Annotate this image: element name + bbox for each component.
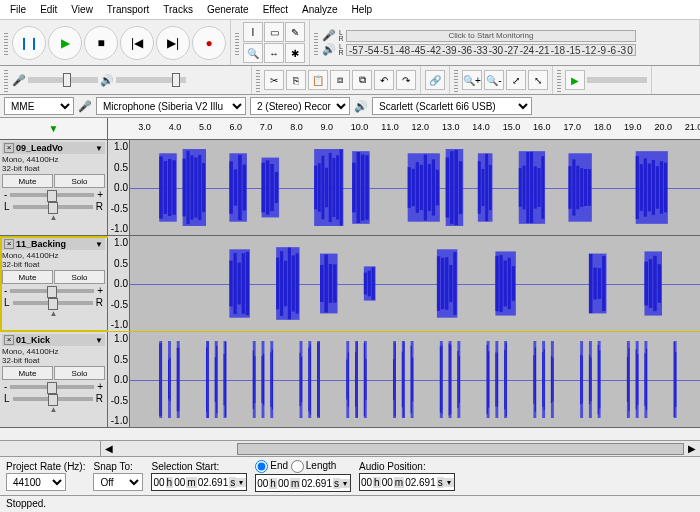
grip[interactable]: [4, 68, 8, 92]
fit-selection-button[interactable]: ⤢: [506, 70, 526, 90]
silence-button[interactable]: ⧉: [352, 70, 372, 90]
svg-rect-89: [288, 248, 291, 320]
grip[interactable]: [454, 68, 458, 92]
track-name[interactable]: 11_Backing: [16, 239, 93, 249]
input-device-combo[interactable]: Microphone (Siberia V2 Illu: [96, 97, 246, 115]
mute-button[interactable]: Mute: [2, 174, 53, 188]
solo-button[interactable]: Solo: [54, 174, 105, 188]
project-rate-combo[interactable]: 44100: [6, 473, 66, 491]
selection-tool[interactable]: I: [243, 22, 263, 42]
menu-help[interactable]: Help: [346, 2, 379, 17]
svg-rect-37: [408, 167, 411, 208]
selection-start-time[interactable]: 00h00m02.691s▾: [151, 473, 247, 491]
mute-button[interactable]: Mute: [2, 270, 53, 284]
undo-button[interactable]: ↶: [374, 70, 394, 90]
grip[interactable]: [314, 31, 318, 55]
svg-rect-116: [598, 268, 602, 299]
speed-slider[interactable]: [587, 77, 647, 83]
trim-button[interactable]: ⧈: [330, 70, 350, 90]
rec-volume-slider[interactable]: [28, 77, 98, 83]
collapse-button[interactable]: ▲: [2, 309, 105, 318]
menu-file[interactable]: File: [4, 2, 32, 17]
skip-end-button[interactable]: ▶|: [156, 26, 190, 60]
stop-button[interactable]: ■: [84, 26, 118, 60]
track-menu-button[interactable]: ▼: [95, 240, 103, 249]
fit-project-button[interactable]: ⤡: [528, 70, 548, 90]
audio-position-label: Audio Position:: [359, 461, 455, 472]
solo-button[interactable]: Solo: [54, 366, 105, 380]
menu-edit[interactable]: Edit: [34, 2, 63, 17]
length-radio[interactable]: Length: [291, 460, 337, 471]
pan-slider[interactable]: LR: [2, 201, 105, 212]
track-09_LeadVo: ×09_LeadVo▼ Mono, 44100Hz32-bit float Mu…: [0, 140, 700, 236]
close-track-button[interactable]: ×: [4, 335, 14, 345]
recording-meter[interactable]: Click to Start Monitoring: [346, 30, 636, 42]
track-name[interactable]: 09_LeadVo: [16, 143, 93, 153]
svg-rect-77: [660, 161, 663, 214]
svg-rect-27: [329, 153, 332, 222]
playback-meter[interactable]: -57-54-51-48-45-42-39-36-33-30-27-24-21-…: [346, 44, 636, 56]
zoom-out-button[interactable]: 🔍-: [484, 70, 504, 90]
svg-rect-71: [636, 156, 639, 219]
speaker-icon: 🔊: [354, 100, 368, 113]
close-track-button[interactable]: ×: [4, 143, 14, 153]
waveform-display[interactable]: 1.00.50.0-0.5-1.0: [108, 332, 700, 427]
timeshift-tool[interactable]: ↔: [264, 43, 284, 63]
selection-end-time[interactable]: 00h00m02.691s▾: [255, 474, 351, 492]
track-menu-button[interactable]: ▼: [95, 144, 103, 153]
pause-button[interactable]: ❙❙: [12, 26, 46, 60]
menu-generate[interactable]: Generate: [201, 2, 255, 17]
waveform-display[interactable]: 1.00.50.0-0.5-1.0: [108, 236, 700, 331]
menu-view[interactable]: View: [65, 2, 99, 17]
grip[interactable]: [557, 68, 561, 92]
collapse-button[interactable]: ▲: [2, 405, 105, 414]
solo-button[interactable]: Solo: [54, 270, 105, 284]
output-device-combo[interactable]: Scarlett (Scarlett 6i6 USB): [372, 97, 532, 115]
host-combo[interactable]: MME: [4, 97, 74, 115]
timeline-ruler[interactable]: ▼ 3.04.05.06.07.08.09.010.011.012.013.01…: [0, 118, 700, 140]
svg-rect-93: [320, 265, 324, 302]
zoom-tool[interactable]: 🔍: [243, 43, 263, 63]
grip[interactable]: [4, 31, 8, 55]
svg-rect-13: [229, 161, 233, 213]
end-radio[interactable]: End: [255, 460, 288, 471]
redo-button[interactable]: ↷: [396, 70, 416, 90]
play-at-speed-button[interactable]: ▶: [565, 70, 585, 90]
grip[interactable]: [256, 68, 260, 92]
pin-icon[interactable]: ▼: [49, 123, 59, 134]
gain-slider[interactable]: -+: [2, 285, 105, 296]
menu-analyze[interactable]: Analyze: [296, 2, 344, 17]
menu-transport[interactable]: Transport: [101, 2, 155, 17]
record-button[interactable]: ●: [192, 26, 226, 60]
track-menu-button[interactable]: ▼: [95, 336, 103, 345]
snap-to-combo[interactable]: Off: [93, 473, 143, 491]
grip[interactable]: [235, 31, 239, 55]
menu-tracks[interactable]: Tracks: [157, 2, 199, 17]
cut-button[interactable]: ✂: [264, 70, 284, 90]
waveform-display[interactable]: 1.00.50.0-0.5-1.0: [108, 140, 700, 235]
play-volume-slider[interactable]: [116, 77, 186, 83]
channels-combo[interactable]: 2 (Stereo) Recor: [250, 97, 350, 115]
multi-tool[interactable]: ✱: [285, 43, 305, 63]
audio-position-time[interactable]: 00h00m02.691s▾: [359, 473, 455, 491]
gain-slider[interactable]: -+: [2, 381, 105, 392]
draw-tool[interactable]: ✎: [285, 22, 305, 42]
mute-button[interactable]: Mute: [2, 366, 53, 380]
menu-effect[interactable]: Effect: [257, 2, 294, 17]
close-track-button[interactable]: ×: [4, 239, 14, 249]
zoom-in-button[interactable]: 🔍+: [462, 70, 482, 90]
paste-button[interactable]: 📋: [308, 70, 328, 90]
horizontal-scrollbar[interactable]: ◀▶: [0, 440, 700, 456]
svg-rect-35: [365, 155, 369, 220]
pan-slider[interactable]: LR: [2, 297, 105, 308]
play-button[interactable]: ▶: [48, 26, 82, 60]
track-name[interactable]: 01_Kick: [16, 335, 93, 345]
envelope-tool[interactable]: ▭: [264, 22, 284, 42]
pan-slider[interactable]: LR: [2, 393, 105, 404]
sync-lock-button[interactable]: 🔗: [425, 70, 445, 90]
gain-slider[interactable]: -+: [2, 189, 105, 200]
copy-button[interactable]: ⎘: [286, 70, 306, 90]
collapse-button[interactable]: ▲: [2, 213, 105, 222]
skip-start-button[interactable]: |◀: [120, 26, 154, 60]
svg-rect-46: [446, 157, 450, 217]
